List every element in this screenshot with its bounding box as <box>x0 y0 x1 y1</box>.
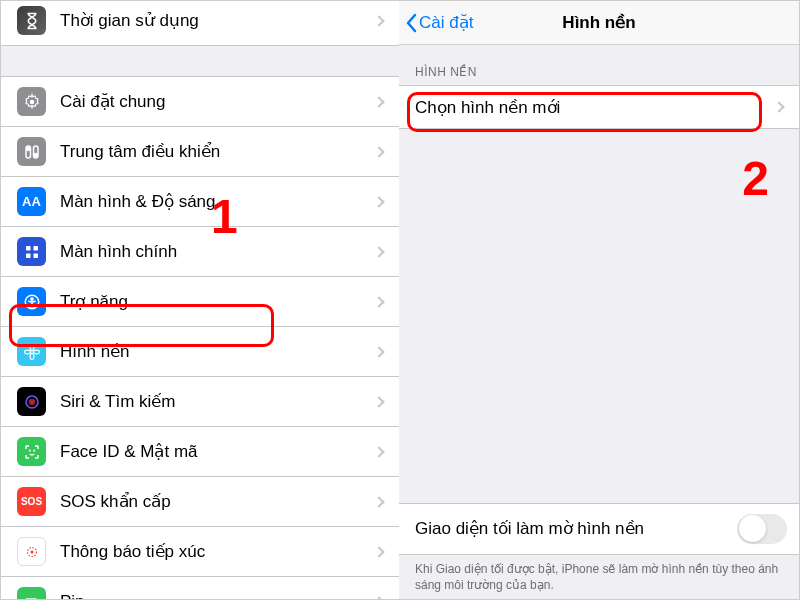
row-label: Chọn hình nền mới <box>415 97 775 118</box>
sliders-icon <box>17 137 46 166</box>
svg-point-13 <box>30 353 34 359</box>
chevron-right-icon <box>373 546 384 557</box>
row-home-screen[interactable]: Màn hình chính <box>1 227 399 277</box>
grid-icon <box>17 237 46 266</box>
back-label: Cài đặt <box>419 12 473 33</box>
row-label: Giao diện tối làm mờ hình nền <box>415 518 737 539</box>
svg-point-21 <box>30 550 33 553</box>
chevron-right-icon <box>373 96 384 107</box>
section-gap <box>1 46 399 76</box>
sos-icon: SOS <box>17 487 46 516</box>
chevron-right-icon <box>373 196 384 207</box>
footer-text: Khi Giao diện tối được bật, iPhone sẽ là… <box>399 555 799 593</box>
row-dim-toggle[interactable]: Giao diện tối làm mờ hình nền <box>399 503 799 555</box>
row-label: Pin <box>60 592 375 601</box>
back-button[interactable]: Cài đặt <box>399 12 473 33</box>
row-screen-time[interactable]: Thời gian sử dụng <box>1 0 399 46</box>
dim-toggle[interactable] <box>737 514 787 544</box>
row-label: Màn hình chính <box>60 242 375 262</box>
chevron-left-icon <box>405 13 417 33</box>
row-choose-wallpaper[interactable]: Chọn hình nền mới <box>399 85 799 129</box>
svg-point-17 <box>29 399 35 405</box>
row-accessibility[interactable]: Trợ năng <box>1 277 399 327</box>
accessibility-icon <box>17 287 46 316</box>
svg-rect-5 <box>26 246 31 251</box>
text-size-icon: AA <box>17 187 46 216</box>
siri-icon <box>17 387 46 416</box>
faceid-icon <box>17 437 46 466</box>
svg-rect-6 <box>33 246 38 251</box>
row-general[interactable]: Cài đặt chung <box>1 76 399 127</box>
chevron-right-icon <box>373 596 384 600</box>
chevron-right-icon <box>373 246 384 257</box>
svg-point-15 <box>33 350 39 354</box>
row-label: Cài đặt chung <box>60 91 375 112</box>
navbar: Cài đặt Hình nền <box>399 1 799 45</box>
svg-rect-7 <box>26 253 31 258</box>
svg-point-19 <box>33 450 34 451</box>
svg-point-4 <box>34 153 37 156</box>
svg-point-12 <box>30 344 34 350</box>
battery-icon <box>17 587 46 600</box>
wallpaper-pane: Cài đặt Hình nền HÌNH NỀN Chọn hình nền … <box>399 1 799 599</box>
row-siri[interactable]: Siri & Tìm kiếm <box>1 377 399 427</box>
chevron-right-icon <box>373 496 384 507</box>
row-label: Hình nền <box>60 341 375 362</box>
row-battery[interactable]: Pin <box>1 577 399 600</box>
toggle-knob <box>739 515 766 542</box>
row-label: SOS khẩn cấp <box>60 491 375 512</box>
svg-point-18 <box>29 450 30 451</box>
row-label: Siri & Tìm kiếm <box>60 391 375 412</box>
chevron-right-icon <box>773 101 784 112</box>
chevron-right-icon <box>373 146 384 157</box>
flower-icon <box>17 337 46 366</box>
annotation-number-2: 2 <box>742 151 769 206</box>
row-control-center[interactable]: Trung tâm điều khiển <box>1 127 399 177</box>
svg-point-3 <box>26 147 29 150</box>
row-wallpaper[interactable]: Hình nền <box>1 327 399 377</box>
svg-rect-8 <box>33 253 38 258</box>
row-label: Thời gian sử dụng <box>60 10 375 31</box>
chevron-right-icon <box>373 346 384 357</box>
row-label: Face ID & Mật mã <box>60 441 375 462</box>
svg-point-0 <box>29 99 34 104</box>
row-label: Thông báo tiếp xúc <box>60 541 375 562</box>
hourglass-icon <box>17 6 46 35</box>
row-display[interactable]: AA Màn hình & Độ sáng <box>1 177 399 227</box>
svg-point-14 <box>24 350 30 354</box>
section-header: HÌNH NỀN <box>399 45 799 85</box>
row-exposure[interactable]: Thông báo tiếp xúc <box>1 527 399 577</box>
chevron-right-icon <box>373 296 384 307</box>
gear-icon <box>17 87 46 116</box>
row-faceid[interactable]: Face ID & Mật mã <box>1 427 399 477</box>
settings-list-pane: Thời gian sử dụng Cài đặt chung Trung tâ… <box>1 1 401 599</box>
chevron-right-icon <box>373 15 384 26</box>
annotation-number-1: 1 <box>211 189 238 244</box>
exposure-icon <box>17 537 46 566</box>
row-label: Trung tâm điều khiển <box>60 141 375 162</box>
chevron-right-icon <box>373 446 384 457</box>
row-label: Trợ năng <box>60 291 375 312</box>
chevron-right-icon <box>373 396 384 407</box>
svg-point-10 <box>30 297 32 299</box>
row-sos[interactable]: SOS SOS khẩn cấp <box>1 477 399 527</box>
